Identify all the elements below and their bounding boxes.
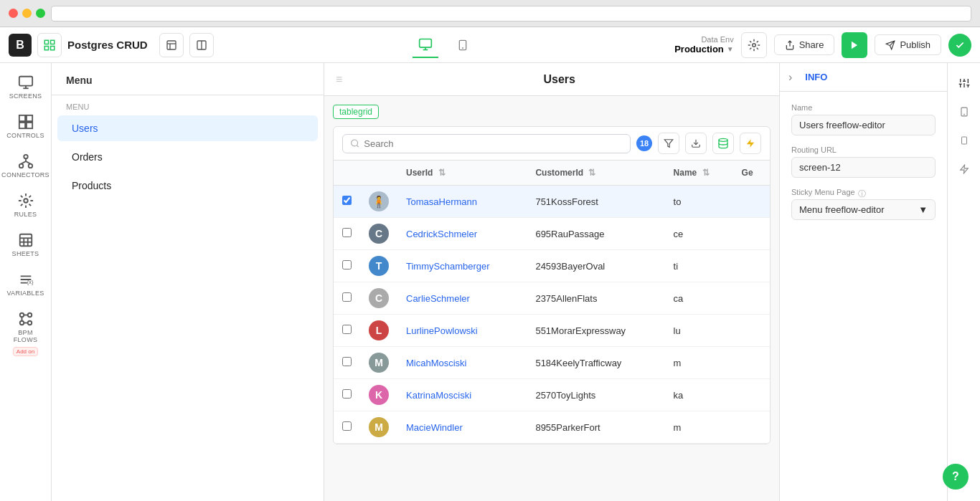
checkbox-input[interactable] bbox=[342, 260, 352, 269]
table-row[interactable]: C CedrickSchmeler 695RauPassage ce bbox=[334, 218, 770, 250]
row-checkbox[interactable] bbox=[334, 250, 360, 282]
minimize-button[interactable] bbox=[22, 9, 32, 18]
svg-rect-2 bbox=[44, 46, 48, 49]
sidebar-item-variables[interactable]: {x} VARIABLES bbox=[3, 266, 49, 302]
table-row[interactable]: M MacieWindler 8955ParkerFort m bbox=[334, 411, 770, 444]
userid-link[interactable]: MicahMosciski bbox=[406, 358, 467, 368]
right-panel-tabs: › INFO bbox=[780, 63, 947, 92]
desktop-view-btn[interactable] bbox=[413, 32, 438, 58]
checkbox-input[interactable] bbox=[342, 421, 352, 431]
table-header-row: UserId ⇅ CustomerId ⇅ Name ⇅ Ge bbox=[334, 161, 770, 186]
table-row[interactable]: L LurlinePowlowski 551MorarExpressway lu bbox=[334, 315, 770, 347]
sidebar-item-connectors[interactable]: CONNECTORS bbox=[3, 148, 49, 184]
publish-button[interactable]: Publish bbox=[875, 34, 941, 55]
checkbox-input[interactable] bbox=[342, 325, 352, 334]
help-button[interactable]: ? bbox=[943, 464, 969, 490]
sidebar-item-rules[interactable]: RULES bbox=[3, 187, 49, 224]
sticky-menu-select[interactable]: Menu freeflow-editor ▼ bbox=[791, 199, 936, 220]
drag-handle[interactable]: ≡ bbox=[336, 73, 342, 86]
checkbox-input[interactable] bbox=[342, 196, 352, 205]
expand-icon[interactable]: › bbox=[788, 71, 792, 84]
row-avatar: T bbox=[360, 250, 397, 282]
menu-nav-item-users[interactable]: Users bbox=[57, 115, 318, 141]
sidebar-item-sheets[interactable]: SHEETS bbox=[3, 226, 49, 263]
svg-rect-3 bbox=[51, 46, 55, 49]
download-btn[interactable] bbox=[685, 133, 707, 154]
userid-link[interactable]: MacieWindler bbox=[406, 422, 463, 433]
userid-link[interactable]: KatrinaMosciski bbox=[406, 390, 471, 401]
checkbox-input[interactable] bbox=[342, 292, 352, 302]
sheets-label: SHEETS bbox=[12, 250, 39, 257]
name-field: Name bbox=[791, 103, 936, 135]
desktop-icon bbox=[418, 37, 433, 52]
row-name: lu bbox=[665, 315, 733, 347]
row-checkbox[interactable] bbox=[334, 347, 360, 379]
checkbox-input[interactable] bbox=[342, 357, 352, 366]
run-button[interactable] bbox=[842, 32, 867, 58]
mobile-large-icon-btn[interactable] bbox=[953, 100, 976, 123]
row-checkbox[interactable] bbox=[334, 218, 360, 250]
data-env-selector[interactable]: Data Env Production ▼ bbox=[674, 35, 734, 54]
table-row[interactable]: K KatrinaMosciski 2570ToyLights ka bbox=[334, 379, 770, 411]
rules-label: RULES bbox=[14, 211, 37, 218]
userid-link[interactable]: CarlieSchmeler bbox=[406, 293, 470, 304]
svg-marker-64 bbox=[960, 165, 968, 173]
row-checkbox[interactable] bbox=[334, 315, 360, 347]
check-button[interactable] bbox=[948, 34, 971, 57]
routing-field: Routing URL bbox=[791, 145, 936, 178]
row-customerid: 751KossForest bbox=[527, 186, 664, 218]
table-row[interactable]: M MicahMosciski 5184KeelyTrafficway m bbox=[334, 347, 770, 379]
lightning-btn[interactable] bbox=[740, 133, 761, 154]
tablegrid-tag[interactable]: tablegrid bbox=[333, 105, 379, 119]
checkbox-input[interactable] bbox=[342, 228, 352, 237]
lightning-side-icon-btn[interactable] bbox=[953, 158, 976, 181]
sidebar-item-screens[interactable]: SCREENS bbox=[3, 69, 49, 105]
userid-link[interactable]: TimmySchamberger bbox=[406, 261, 490, 272]
userid-link[interactable]: CedrickSchmeler bbox=[406, 229, 477, 239]
sliders-icon-btn[interactable] bbox=[953, 72, 976, 95]
table-container: 18 bbox=[333, 126, 771, 444]
row-checkbox[interactable] bbox=[334, 411, 360, 444]
settings-button[interactable] bbox=[741, 32, 767, 58]
sidebar-item-bpm-flows[interactable]: BPM FLOWS Add on bbox=[3, 305, 49, 362]
url-bar[interactable] bbox=[51, 6, 971, 22]
layout-icon-1 bbox=[166, 39, 177, 51]
sidebar-item-controls[interactable]: CONTROLS bbox=[3, 108, 49, 145]
share-button[interactable]: Share bbox=[774, 34, 835, 55]
svg-rect-0 bbox=[44, 40, 48, 44]
variables-icon: {x} bbox=[18, 272, 34, 287]
layout-icon-btn-2[interactable] bbox=[189, 33, 214, 57]
table-row[interactable]: 🧍 TomasaHermann 751KossForest to bbox=[334, 186, 770, 218]
table-row[interactable]: T TimmySchamberger 24593BayerOval ti bbox=[334, 250, 770, 282]
routing-input[interactable] bbox=[791, 157, 936, 178]
table-row[interactable]: C CarlieSchmeler 2375AllenFlats ca bbox=[334, 282, 770, 315]
menu-nav-item-orders[interactable]: Orders bbox=[57, 144, 318, 170]
filter-btn[interactable] bbox=[658, 133, 679, 154]
screens-label: SCREENS bbox=[9, 92, 42, 100]
info-tab[interactable]: INFO bbox=[798, 69, 834, 85]
userid-link[interactable]: LurlinePowlowski bbox=[406, 325, 478, 336]
row-userid: LurlinePowlowski bbox=[397, 315, 527, 347]
info-icon[interactable]: ⓘ bbox=[858, 189, 866, 199]
app-icon-btn[interactable] bbox=[37, 33, 62, 57]
row-name: m bbox=[665, 411, 733, 444]
maximize-button[interactable] bbox=[36, 9, 45, 18]
row-checkbox[interactable] bbox=[334, 282, 360, 315]
name-input[interactable] bbox=[791, 115, 936, 135]
row-checkbox[interactable] bbox=[334, 379, 360, 411]
mobile-small-icon-btn[interactable] bbox=[953, 129, 976, 152]
row-ge bbox=[733, 379, 770, 411]
checkbox-input[interactable] bbox=[342, 389, 352, 399]
row-ge bbox=[733, 186, 770, 218]
menu-nav-item-products[interactable]: Products bbox=[57, 173, 318, 199]
menu-panel-header: Menu bbox=[52, 63, 324, 95]
search-input[interactable] bbox=[364, 138, 623, 149]
database-btn[interactable] bbox=[712, 133, 734, 154]
layout-icon-btn-1[interactable] bbox=[159, 33, 184, 57]
userid-link[interactable]: TomasaHermann bbox=[406, 196, 477, 207]
variables-label: VARIABLES bbox=[6, 290, 44, 297]
row-checkbox[interactable] bbox=[334, 186, 360, 218]
svg-line-30 bbox=[21, 161, 25, 164]
close-button[interactable] bbox=[9, 9, 18, 18]
mobile-view-btn[interactable] bbox=[450, 32, 476, 58]
